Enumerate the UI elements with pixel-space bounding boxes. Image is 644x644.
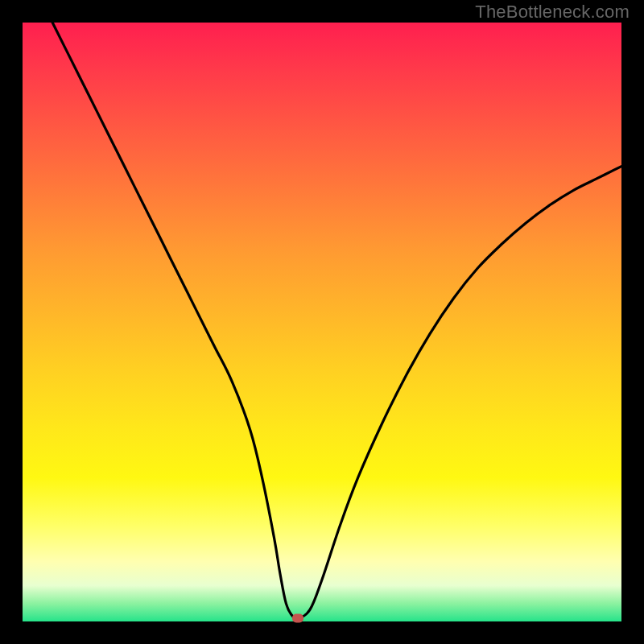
outer-frame: TheBottleneck.com [0, 0, 644, 644]
watermark-text: TheBottleneck.com [475, 2, 630, 23]
optimal-point-marker [292, 614, 303, 623]
plot-area [23, 23, 621, 621]
bottleneck-curve [23, 23, 621, 621]
